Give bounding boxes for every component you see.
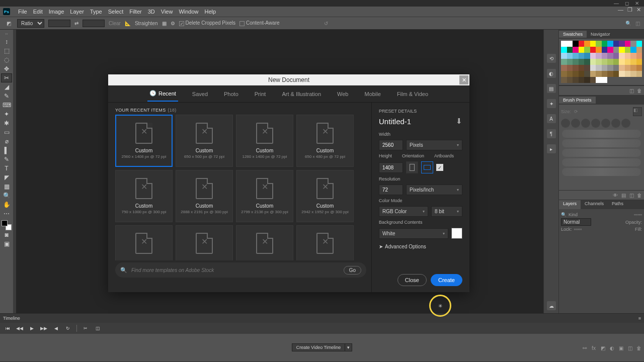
swatch[interactable] [573,53,579,59]
swatch[interactable] [630,53,636,59]
resolution-unit-select[interactable]: Pixels/Inch▾ [406,185,462,195]
tab-recent[interactable]: 🕓Recent [147,86,178,102]
swatch[interactable] [630,41,636,47]
swatch[interactable] [596,71,602,77]
screenmode-icon[interactable]: ▣ [1,239,12,248]
tab-channels[interactable]: Channels [581,200,608,209]
swatch[interactable] [613,41,619,47]
tab-navigator[interactable]: Navigator [587,31,614,38]
menu-select[interactable]: Select [105,8,127,16]
swatch[interactable] [619,77,625,83]
brush-view-icon[interactable]: 👁 [612,192,618,198]
doc-minimize[interactable]: — [618,7,623,13]
swatch[interactable] [607,77,613,83]
swatch[interactable] [625,59,631,65]
swatch[interactable] [579,41,585,47]
tool-16[interactable]: ▦ [1,182,12,191]
swatch[interactable] [567,41,573,47]
save-preset-icon[interactable]: ⬇ [456,117,462,126]
tool-15[interactable]: ◤ [1,173,12,182]
tool-3[interactable]: ✥ [1,64,12,73]
swatch[interactable] [584,53,590,59]
settings-icon[interactable]: ⚙ [171,21,175,26]
preset-item[interactable] [115,225,173,260]
preset-item[interactable]: Custom1280 x 1400 px @ 72 ppi [236,115,293,167]
width-unit-select[interactable]: Pixels▾ [406,140,462,150]
swatch[interactable] [607,41,613,47]
swatch[interactable] [630,77,636,83]
quickmask-icon[interactable]: ◙ [1,230,12,239]
create-video-timeline-button[interactable]: Create Video Timeline [292,343,345,351]
swatch[interactable] [590,41,596,47]
tab-print[interactable]: Print [253,87,268,101]
tab-paths[interactable]: Paths [608,200,627,209]
swatch[interactable] [561,53,567,59]
swatch[interactable] [619,65,625,71]
swatch[interactable] [602,65,608,71]
swatch[interactable] [590,47,596,53]
tool-7[interactable]: ⌨ [1,101,12,110]
tool-1[interactable]: ⬚ [1,46,12,55]
swatch[interactable] [636,59,642,65]
tab-film-video[interactable]: Film & Video [395,87,430,101]
artboards-checkbox[interactable]: ✓ [436,164,443,171]
swatch[interactable] [602,59,608,65]
preset-item[interactable] [176,225,233,260]
swatch[interactable] [602,71,608,77]
brush-new-icon[interactable]: ◫ [628,192,634,198]
doc-restore[interactable]: ❐ [627,7,632,13]
swatch[interactable] [613,59,619,65]
doc-close[interactable]: ✕ [636,7,641,13]
swatch[interactable] [619,59,625,65]
swatch[interactable] [636,41,642,47]
create-button[interactable]: Create [431,274,462,286]
color-swatches[interactable] [2,220,12,230]
swatch[interactable] [619,41,625,47]
reset-icon[interactable]: ↺ [324,21,328,26]
tool-6[interactable]: ✎ [1,92,12,101]
swatch[interactable] [607,71,613,77]
menu-layer[interactable]: Layer [67,8,87,16]
tool-9[interactable]: ✱ [1,119,12,128]
tool-0[interactable]: ↕ [1,37,12,46]
content-aware-checkbox[interactable] [239,21,245,26]
preset-item[interactable]: Custom2560 x 1408 px @ 72 ppi [115,115,173,167]
ratio-h-input[interactable] [83,20,105,27]
swatch[interactable] [573,59,579,65]
dialog-close-icon[interactable]: ✕ [459,75,468,84]
swatch[interactable] [613,53,619,59]
swatch[interactable] [596,59,602,65]
swatch[interactable] [625,47,631,53]
preset-item[interactable]: Custom750 x 1000 px @ 300 ppi [115,170,173,222]
swatch[interactable] [596,47,602,53]
preset-item[interactable]: Custom2888 x 2191 px @ 300 ppi [176,170,233,222]
swatch[interactable] [573,47,579,53]
swatch[interactable] [607,59,613,65]
swatch[interactable] [602,47,608,53]
swatch[interactable] [630,65,636,71]
tl-prev-icon[interactable]: ◀◀ [16,325,23,332]
brush-panel-icon[interactable]: ▤ [620,192,626,198]
menu-type[interactable]: Type [87,8,105,16]
swatch[interactable] [567,77,573,83]
swatch[interactable] [567,47,573,53]
tab-art-illustration[interactable]: Art & Illustration [280,87,323,101]
tool-8[interactable]: ✦ [1,110,12,119]
swatch[interactable] [561,47,567,53]
swatch[interactable] [590,71,596,77]
group-icon[interactable]: ▣ [618,345,624,351]
tab-swatches[interactable]: Swatches [559,31,587,38]
swatch[interactable] [625,77,631,83]
preset-item[interactable]: Custom650 x 500 px @ 72 ppi [176,115,233,167]
swatch[interactable] [561,41,567,47]
workspace-icon[interactable]: ◫ [635,21,640,26]
tool-10[interactable]: ▭ [1,128,12,137]
swatch[interactable] [579,71,585,77]
swatch[interactable] [607,53,613,59]
swatch[interactable] [619,53,625,59]
swatch[interactable] [607,65,613,71]
timeline-menu-icon[interactable]: ≡ [638,316,641,321]
swatch[interactable] [625,41,631,47]
stock-search-input[interactable] [131,267,340,273]
styles-icon[interactable]: ✦ [547,99,556,108]
